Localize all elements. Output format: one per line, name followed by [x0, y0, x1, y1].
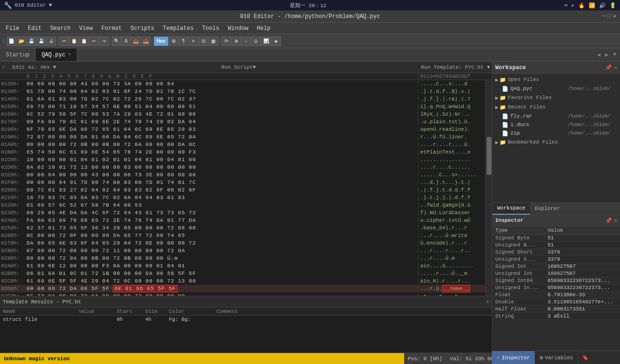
tree-item-flyrar[interactable]: 📄 fly.rar /home/...oblem/	[492, 112, 620, 120]
script-btn[interactable]: ◈	[271, 36, 281, 46]
hex-bytes[interactable]: DA 06 65 6E 63 6F 64 65 29 04 72 0E 00 0…	[27, 240, 418, 246]
file-tab[interactable]: QAQ.pyc ×	[36, 48, 77, 61]
hex-bytes[interactable]: 00 FA 09 70 6C 61 69 6E 2E 74 78 74 29 0…	[27, 119, 418, 125]
chart-btn[interactable]: 📊	[261, 36, 271, 46]
hex-bytes[interactable]: 69 7D 00 71 10 57 34 57 6E 00 51 04 00 0…	[27, 104, 418, 109]
dropdown-icon[interactable]: ▼	[49, 2, 52, 8]
grid-btn[interactable]: ⊞	[169, 36, 178, 46]
hex-ascii[interactable]: ...r....Ú.m	[418, 255, 484, 261]
hex-ascii[interactable]: ...d.}.t...}.t.|	[418, 180, 484, 185]
menu-view[interactable]: View	[75, 24, 97, 33]
redo-btn[interactable]: ↪	[99, 36, 109, 46]
tree-item-1docx[interactable]: 📄 1.docx /home/...oblem/	[492, 120, 620, 129]
target-btn[interactable]: ◎	[251, 36, 261, 46]
hex-bytes[interactable]: 62 37 61 73 65 5F 36 34 29 05 00 00 00 7…	[27, 225, 418, 231]
menu-scripts[interactable]: Scripts	[127, 24, 158, 33]
hex-ascii[interactable]: i}.q.PnQ.W4Wid.Q	[418, 104, 484, 109]
menu-edit[interactable]: Edit	[24, 24, 46, 33]
hex-bytes[interactable]: 6C 52 79 58 5F 7C 00 53 7A 29 03 4E 72 0…	[27, 111, 418, 117]
print-btn[interactable]: 🖨	[46, 36, 56, 46]
hex-ascii[interactable]: ain_N).r....r...	[418, 278, 484, 284]
minimize-btn[interactable]: ─	[602, 13, 605, 20]
refresh-btn[interactable]: ⟳	[222, 36, 231, 46]
inspector-close-icon[interactable]: ✕	[614, 218, 617, 224]
hex-ascii[interactable]: ......C...s>......	[418, 172, 484, 178]
hex-bytes[interactable]: 00 00 00 64 01 7D 00 74 00 83 00 7D 01 7…	[27, 180, 418, 185]
tab-menu[interactable]: ▼	[611, 52, 618, 58]
hex-content[interactable]: 0120h: 00 00 09 00 00 43 00 00 73 3A 00 …	[0, 80, 492, 296]
explorer-tab[interactable]: Explorer	[530, 203, 564, 215]
cut-btn[interactable]: ✂	[59, 36, 69, 46]
hex-ascii[interactable]: u.cipher.txtÚ.wÚ	[418, 218, 484, 223]
favorite-files-label[interactable]: Favorite Files	[508, 95, 552, 100]
close-btn[interactable]: ✕	[613, 13, 616, 20]
hex-scrollbar[interactable]	[485, 80, 492, 296]
hex-ascii[interactable]: ..fWld.QaRgX{d.S	[418, 202, 484, 208]
inspector-bottom-tab[interactable]: ⚡ Inspector	[492, 351, 535, 364]
bookmarked-files-label[interactable]: Bookmarked Files	[508, 139, 558, 145]
workspace-tab[interactable]: Workspace	[492, 203, 530, 215]
hex-bytes[interactable]: 0C 00 00 72 0F 00 00 00 DA 05 77 72 69 7…	[27, 233, 418, 238]
hex-bytes[interactable]: FA 0A 63 69 70 68 65 72 2E 74 78 74 DA 0…	[27, 218, 418, 223]
hex-bytes[interactable]: 61 69 6E 5F 5F 4E 29 04 72 0C 00 00 00 7…	[27, 278, 418, 284]
paste-btn[interactable]: 📋	[79, 36, 89, 46]
hex-ascii[interactable]: lRyX_|.Sz).Nr...	[418, 111, 484, 117]
bookmark-bottom-tab[interactable]: 🔖	[578, 351, 592, 364]
lines-btn[interactable]: ≡	[189, 36, 198, 46]
tab-prev[interactable]: ◀	[595, 52, 602, 58]
hex-ascii[interactable]: .....r....Ú.__m	[418, 271, 484, 276]
copy-btn[interactable]: 📋	[69, 36, 79, 46]
workspace-pin-icon[interactable]: 📌	[605, 64, 612, 71]
hex-ascii[interactable]: .base_64).r...r	[418, 225, 484, 231]
inspector-pin-icon[interactable]: 📌	[605, 218, 612, 224]
template-close-btn[interactable]: ✕	[486, 299, 489, 305]
hex-bytes[interactable]: 00 7C 01 83 27 02 64 02 64 03 83 02 8F 0…	[27, 187, 418, 193]
hex-bytes[interactable]: 72 07 00 00 00 DA 01 66 DA 04 6C 69 6E 6…	[27, 134, 418, 140]
hex-bytes[interactable]: 00 00 04 00 00 00 43 00 00 00 73 3E 00 0…	[27, 172, 418, 178]
hex-ascii[interactable]: .}.t.j.j.|.d.f.f	[418, 195, 484, 200]
hex-ascii[interactable]: ................	[418, 157, 484, 163]
edit-as-label[interactable]: Edit As: Hex ▼	[12, 64, 56, 70]
hex-bytes[interactable]: 00 00 09 00 00 43 00 00 73 3A 00 00 00 6…	[27, 81, 418, 87]
hex-ascii[interactable]: ...r....r....r..	[418, 248, 484, 254]
expand-btn[interactable]: ↔	[241, 36, 251, 46]
minus-btn[interactable]: ⊟	[199, 36, 208, 46]
export-btn[interactable]: 📤	[131, 36, 140, 46]
plus-btn[interactable]: ⊕	[231, 36, 241, 46]
run-script-label[interactable]: Run Script▼	[222, 64, 256, 70]
hex-bytes[interactable]: 00 00 00 72 0A 00 0B 00 72 0B 00 00 00 Ú…	[27, 255, 418, 261]
maximize-btn[interactable]: □	[608, 13, 611, 20]
run-template-label[interactable]: Run Template: PYC.bt ▼	[421, 64, 490, 70]
variables-bottom-tab[interactable]: ⊞ Variables	[535, 351, 578, 364]
hex-bytes[interactable]: 06 01 0A 01 0C 01 72 1B 00 00 00 DA 08 5…	[27, 271, 418, 276]
workspace-close-icon[interactable]: ✕	[614, 64, 617, 71]
hex-ascii[interactable]: ...r....Ú.write	[418, 233, 484, 238]
undo-btn[interactable]: ↩	[89, 36, 99, 46]
menu-window[interactable]: Window	[224, 24, 252, 33]
scroll-thumb[interactable]	[487, 137, 491, 175]
menu-tools[interactable]: Tools	[198, 24, 223, 33]
tree-item-zip[interactable]: 📄 zip /home/...oblem/	[492, 129, 620, 137]
hex-bytes[interactable]: 16 7D 03 7C 03 6A 03 7C 02 6A 04 64 83 0…	[27, 195, 418, 200]
file-tab-close[interactable]: ×	[68, 52, 71, 57]
hex-bytes[interactable]: 07 00 00 72 08 00 00 72 11 00 00 00 00 7…	[27, 248, 418, 254]
hex-ascii[interactable]: .u.plain.txt).Ú.	[418, 119, 484, 125]
menu-help[interactable]: Help	[253, 24, 274, 33]
hex-bytes[interactable]: 61 69 6E 12 00 00 00 F3 0A 00 00 00 01 0…	[27, 263, 418, 269]
hex-bytes[interactable]: 10 00 00 00 01 04 01 02 01 01 04 01 00 0…	[27, 157, 418, 163]
menu-templates[interactable]: Templates	[159, 24, 197, 33]
open-btn[interactable]: 📂	[17, 36, 26, 46]
open-files-label[interactable]: Open Files	[508, 77, 539, 82]
tree-item-qaqpyc[interactable]: 📄 QAQ.pyc /home/...oblem/	[492, 84, 620, 93]
menu-file[interactable]: File	[2, 24, 23, 33]
hex-ascii[interactable]: .|.f.}.t.d.d.f.f	[418, 187, 484, 193]
menu-search[interactable]: Search	[46, 24, 74, 33]
hex-ascii[interactable]: openÚ.readline).	[418, 127, 484, 132]
save-all-btn[interactable]: 💾	[37, 36, 46, 46]
hex-ascii[interactable]: .}.t.d.f..$}.x.|	[418, 89, 484, 94]
hex-bytes[interactable]: 01 66 57 6C 52 67 58 7B 64 00 53	[27, 202, 418, 208]
para-btn[interactable]: ¶	[179, 36, 188, 46]
find-text-btn[interactable]: A	[122, 36, 131, 46]
hex-btn[interactable]: Hex	[154, 36, 168, 46]
hex-bytes[interactable]: 65 74 50 6C 61 69 6E 54 65 78 74 2E 00 0…	[27, 149, 418, 155]
